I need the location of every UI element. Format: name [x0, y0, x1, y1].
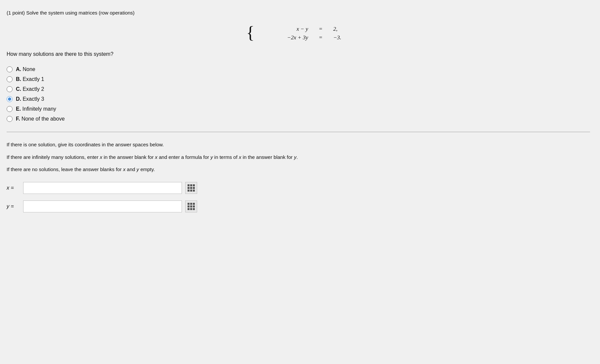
- option-d-label: D. Exactly 3: [16, 96, 44, 102]
- answer-x-label: x =: [7, 185, 20, 191]
- option-b[interactable]: B. Exactly 1: [7, 76, 590, 82]
- eq2-sign: =: [311, 34, 330, 41]
- radio-d[interactable]: [7, 96, 13, 102]
- option-b-label: B. Exactly 1: [16, 76, 44, 82]
- grid-icon-x: [188, 184, 195, 192]
- option-e[interactable]: E. Infinitely many: [7, 106, 590, 112]
- grid-icon-y: [188, 203, 195, 210]
- question-container: (1 point) Solve the system using matrice…: [7, 10, 590, 212]
- option-a[interactable]: A. None: [7, 66, 590, 72]
- radio-b[interactable]: [7, 76, 13, 82]
- var-x-1: x: [100, 154, 103, 160]
- section-divider: [7, 132, 590, 132]
- radio-e[interactable]: [7, 106, 13, 112]
- equation-2: −2x + 3y = −3.: [258, 34, 350, 41]
- var-y-2: y: [294, 154, 297, 160]
- equation-block: { x − y = 2, −2x + 3y = −3.: [7, 25, 590, 41]
- eq2-rhs: −3.: [330, 34, 350, 41]
- how-many-question: How many solutions are there to this sys…: [7, 51, 590, 57]
- option-d[interactable]: D. Exactly 3: [7, 96, 590, 102]
- instruction-line-3: If there are no solutions, leave the ans…: [7, 165, 590, 174]
- brace-system: { x − y = 2, −2x + 3y = −3.: [246, 25, 351, 41]
- eq2-lhs: −2x + 3y: [258, 34, 311, 41]
- x-grid-button[interactable]: [185, 182, 197, 194]
- answer-x-row: x =: [7, 182, 590, 194]
- radio-d-dot: [8, 97, 11, 101]
- radio-f[interactable]: [7, 116, 13, 122]
- option-a-label: A. None: [16, 66, 35, 72]
- radio-c[interactable]: [7, 86, 13, 92]
- eq1-sign: =: [311, 26, 330, 32]
- radio-a[interactable]: [7, 66, 13, 72]
- instruction-line-2: If there are infinitely many solutions, …: [7, 153, 590, 162]
- var-x-4: x: [123, 166, 126, 172]
- option-c-label: C. Exactly 2: [16, 86, 44, 92]
- answer-y-input[interactable]: [23, 200, 182, 212]
- y-grid-button[interactable]: [185, 200, 197, 212]
- question-header: (1 point) Solve the system using matrice…: [7, 10, 590, 16]
- eq1-lhs: x − y: [258, 26, 311, 32]
- instructions-block: If there is one solution, give its coord…: [7, 140, 590, 174]
- equations: x − y = 2, −2x + 3y = −3.: [258, 26, 350, 41]
- answer-x-input[interactable]: [23, 182, 182, 194]
- var-x-2: x: [155, 154, 158, 160]
- option-c[interactable]: C. Exactly 2: [7, 86, 590, 92]
- var-x-3: x: [239, 154, 241, 160]
- var-y-3: y: [137, 166, 139, 172]
- brace-symbol: {: [246, 24, 255, 41]
- eq1-rhs: 2,: [330, 26, 350, 32]
- equation-1: x − y = 2,: [258, 26, 350, 32]
- instruction-line-1: If there is one solution, give its coord…: [7, 140, 590, 149]
- option-e-label: E. Infinitely many: [16, 106, 56, 112]
- answer-y-row: y =: [7, 200, 590, 212]
- option-f-label: F. None of the above: [16, 116, 65, 122]
- answer-y-label: y =: [7, 203, 20, 209]
- var-y-1: y: [210, 154, 213, 160]
- options-list: A. None B. Exactly 1 C. Exactly 2 D. Exa…: [7, 66, 590, 122]
- option-f[interactable]: F. None of the above: [7, 116, 590, 122]
